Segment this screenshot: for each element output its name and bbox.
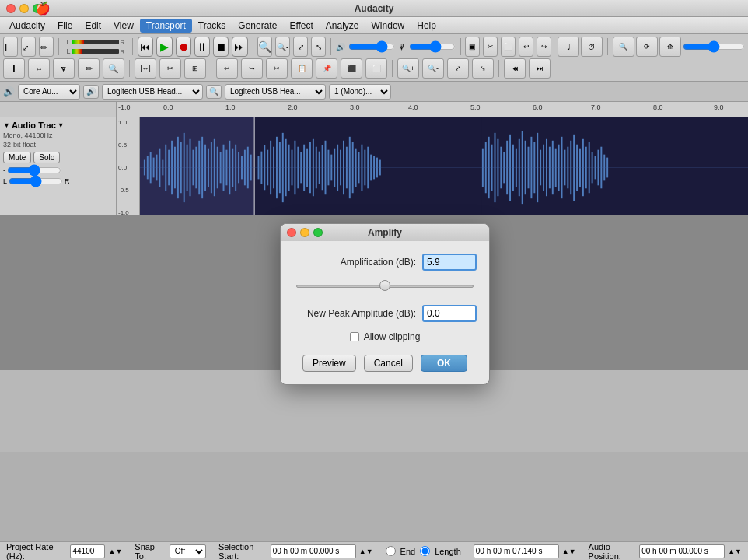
clip-trim-button[interactable]: |↔| xyxy=(135,58,156,79)
menu-effect[interactable]: Effect xyxy=(283,19,319,33)
main-zoom-slider[interactable] xyxy=(683,41,745,52)
project-rate-spin[interactable]: ▲▼ xyxy=(108,548,122,555)
menu-window[interactable]: Window xyxy=(365,19,411,33)
end-radio[interactable] xyxy=(386,546,396,556)
project-rate-input[interactable] xyxy=(70,544,105,558)
mute-button[interactable]: Mute xyxy=(3,152,31,163)
prev-button[interactable]: ⏮ xyxy=(504,58,526,79)
timeshift-tool[interactable]: ↔ xyxy=(28,58,50,79)
ibeam-tool[interactable]: I xyxy=(3,58,25,79)
zoom-tool-2[interactable]: 🔍 xyxy=(613,37,634,57)
output-volume-slider[interactable] xyxy=(348,41,395,52)
menu-help[interactable]: Help xyxy=(411,19,442,33)
envelope-tool[interactable]: ⛛ xyxy=(53,58,75,79)
zoom-in2-button[interactable]: 🔍+ xyxy=(397,58,419,79)
zoom-glass-tool[interactable]: 🔍 xyxy=(103,58,124,79)
cut-button[interactable]: ✂ xyxy=(266,58,288,79)
paste-button[interactable]: 📌 xyxy=(316,58,337,79)
metronome-button[interactable]: ♩ xyxy=(558,37,579,57)
amplification-input[interactable] xyxy=(422,254,477,271)
undo2-button[interactable]: ↩ xyxy=(216,58,238,79)
track-collapse-icon[interactable]: ▼ xyxy=(3,121,10,129)
menu-transport[interactable]: Transport xyxy=(140,19,192,33)
edit-sep-4 xyxy=(498,60,499,77)
tempo-button[interactable]: ⏱ xyxy=(581,37,603,57)
pause-button[interactable]: ⏸ xyxy=(194,37,210,57)
menu-view[interactable]: View xyxy=(107,19,140,33)
next-button[interactable]: ⏭ xyxy=(529,58,551,79)
close-button[interactable] xyxy=(6,4,16,13)
audio-position-spin[interactable]: ▲▼ xyxy=(728,548,742,555)
track-menu-icon[interactable]: ▼ xyxy=(58,121,65,129)
zoom-sel-button[interactable]: ⤡ xyxy=(311,37,326,57)
scrub-button[interactable]: ⟳ xyxy=(636,37,658,57)
select-tool-button[interactable]: I xyxy=(3,37,18,57)
selection-end-spin[interactable]: ▲▼ xyxy=(562,548,576,555)
slider-thumb[interactable] xyxy=(379,280,390,291)
silence-button[interactable]: ⬜ xyxy=(501,37,516,57)
skip-start-button[interactable]: ⏮ xyxy=(138,37,153,57)
multi-tool-button[interactable]: ▣ xyxy=(465,37,480,57)
input-device-select[interactable]: Core Au... xyxy=(18,84,80,100)
menu-audacity[interactable]: Audacity xyxy=(3,19,51,33)
track-waveform[interactable] xyxy=(140,117,748,218)
undo-button[interactable]: ↩ xyxy=(519,37,533,57)
draw-pencil-tool[interactable]: ✏ xyxy=(78,58,100,79)
solo-button[interactable]: Solo xyxy=(33,152,60,163)
skip-end-button[interactable]: ⏭ xyxy=(232,37,247,57)
preview-button[interactable]: Preview xyxy=(302,355,356,372)
track-zoom-button[interactable]: ⟰ xyxy=(659,37,681,57)
pan-slider[interactable] xyxy=(9,177,63,185)
channels-select[interactable]: 1 (Mono)... xyxy=(329,84,391,100)
menu-generate[interactable]: Generate xyxy=(232,19,283,33)
length-radio[interactable] xyxy=(420,546,430,556)
input-volume-slider[interactable] xyxy=(409,41,456,52)
cancel-button[interactable]: Cancel xyxy=(364,355,413,372)
copy-button[interactable]: 📋 xyxy=(291,58,313,79)
minimize-button[interactable] xyxy=(19,4,29,13)
zoom-in-button[interactable]: 🔍 xyxy=(257,37,272,57)
draw-tool-button[interactable]: ✏ xyxy=(39,37,54,57)
zoom-tool-button[interactable]: ⤢ xyxy=(21,37,36,57)
audio-position-input[interactable] xyxy=(639,544,725,558)
menu-tracks[interactable]: Tracks xyxy=(192,19,232,33)
snap-to-select[interactable]: Off xyxy=(170,544,206,558)
silence-audio-button[interactable]: ⬜ xyxy=(365,58,387,79)
trim-button[interactable]: ✂ xyxy=(483,37,498,57)
new-peak-input[interactable] xyxy=(422,305,477,322)
dialog-close-button[interactable] xyxy=(287,228,296,237)
redo-button[interactable]: ↪ xyxy=(537,37,551,57)
apple-menu[interactable]: 🍎 xyxy=(35,1,51,16)
fit-track-button[interactable]: ⤢ xyxy=(447,58,469,79)
new-peak-label: New Peak Amplitude (dB): xyxy=(293,308,422,319)
fit-project-button[interactable]: ⤢ xyxy=(293,37,308,57)
output-magnify-button[interactable]: 🔍 xyxy=(206,85,222,99)
menu-analyze[interactable]: Analyze xyxy=(320,19,365,33)
selection-end-input[interactable] xyxy=(474,544,559,558)
selection-start-input[interactable] xyxy=(271,544,356,558)
redo2-button[interactable]: ↪ xyxy=(241,58,263,79)
menu-file[interactable]: File xyxy=(51,19,79,33)
edit-sep-3 xyxy=(392,60,393,77)
play-button[interactable]: ▶ xyxy=(156,37,172,57)
stop-button[interactable]: ⏹ xyxy=(213,37,229,57)
clip-split-button[interactable]: ✂ xyxy=(159,58,181,79)
zoom-out2-button[interactable]: 🔍- xyxy=(422,58,444,79)
join-button[interactable]: ⊞ xyxy=(184,58,206,79)
svg-text:✏: ✏ xyxy=(40,43,48,52)
selection-start-spin[interactable]: ▲▼ xyxy=(359,548,373,555)
record-button[interactable]: ⏺ xyxy=(176,37,191,57)
zoom-out-button[interactable]: 🔍- xyxy=(275,37,290,57)
dialog-min-button[interactable] xyxy=(300,228,309,237)
fit-proj2-button[interactable]: ⤡ xyxy=(472,58,494,79)
trim-audio-button[interactable]: ⬛ xyxy=(341,58,362,79)
input-vol-small-button[interactable]: 🔊 xyxy=(83,85,99,99)
allow-clipping-checkbox[interactable] xyxy=(350,332,359,341)
menu-edit[interactable]: Edit xyxy=(79,19,107,33)
output-device-select[interactable]: Logitech USB Head... xyxy=(102,84,203,100)
dialog-max-button[interactable] xyxy=(313,228,323,237)
mic-device-select[interactable]: Logitech USB Hea... xyxy=(225,84,326,100)
gain-slider[interactable] xyxy=(7,166,61,174)
ok-button[interactable]: OK xyxy=(421,355,467,372)
toolbar-sep-1 xyxy=(58,38,59,55)
